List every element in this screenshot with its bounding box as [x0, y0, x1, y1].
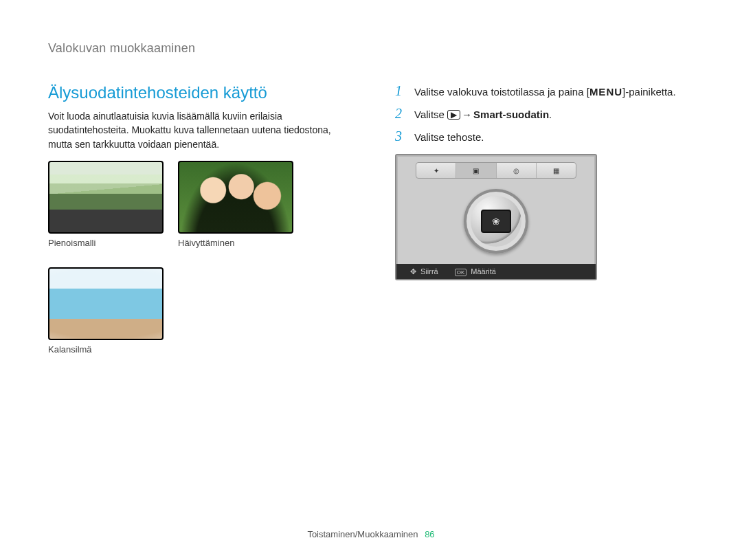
- step-1-pre: Valitse valokuva toistotilassa ja paina …: [414, 86, 589, 98]
- camera-move-label: Siirrä: [420, 267, 438, 276]
- camera-set-label: Määritä: [471, 267, 496, 276]
- thumb-miniature: [48, 161, 164, 234]
- thumb-vignette: [178, 161, 293, 234]
- play-icon: ▶: [447, 110, 460, 120]
- thumb-label-fisheye: Kalansilmä: [48, 344, 168, 355]
- step-1-post: ]-painiketta.: [622, 86, 676, 98]
- dpad-icon: ✥: [410, 267, 416, 276]
- step-1: 1 Valitse valokuva toistotilassa ja pain…: [395, 83, 694, 99]
- footer-page-number: 86: [425, 529, 434, 539]
- camera-dial-inner-icon: ❀: [481, 210, 511, 233]
- thumb-fisheye: [48, 267, 164, 340]
- step-3-text: Valitse tehoste.: [414, 131, 484, 143]
- thumb-label-miniature: Pienoismalli: [48, 238, 168, 248]
- arrow-icon: →: [462, 109, 472, 120]
- step-3: 3 Valitse tehoste.: [395, 128, 694, 144]
- steps-list: 1 Valitse valokuva toistotilassa ja pain…: [395, 83, 694, 144]
- camera-bottom-bar: ✥Siirrä OKMääritä: [396, 264, 596, 279]
- manual-page: Valokuvan muokkaaminen Älysuodatintehost…: [0, 0, 742, 560]
- step-2-post: .: [549, 109, 552, 120]
- thumb-block-miniature: Pienoismalli: [48, 161, 168, 248]
- page-header: Valokuvan muokkaaminen: [48, 41, 694, 56]
- step-number-3: 3: [395, 128, 406, 144]
- step-number-2: 2: [395, 106, 406, 122]
- camera-move-group: ✥Siirrä: [410, 267, 438, 276]
- right-column: 1 Valitse valokuva toistotilassa ja pain…: [395, 83, 694, 355]
- camera-tab-grid-icon: ▦: [537, 163, 576, 178]
- thumb-block-vignette: Häivyttäminen: [178, 161, 298, 248]
- camera-tab-icon: ✦: [416, 163, 456, 178]
- section-intro: Voit luoda ainutlaatuisia kuvia lisäämäl…: [48, 109, 347, 151]
- step-2: 2 Valitse ▶ → Smart-suodatin.: [395, 106, 694, 122]
- step-1-text: Valitse valokuva toistotilassa ja paina …: [414, 86, 676, 98]
- menu-key: MENU: [589, 86, 622, 98]
- camera-screen: ✦ ▣ ◎ ▦ ❀ ✥Siirrä OKMääritä: [395, 154, 597, 280]
- ok-icon: OK: [455, 269, 467, 276]
- footer-text: Toistaminen/Muokkaaminen: [307, 529, 418, 539]
- step-2-text: Valitse ▶ → Smart-suodatin.: [414, 109, 552, 120]
- step-number-1: 1: [395, 83, 406, 99]
- camera-tabbar: ✦ ▣ ◎ ▦: [416, 162, 576, 179]
- step-2-pre: Valitse: [414, 109, 447, 120]
- thumbnail-grid: Pienoismalli Häivyttäminen Kalansilmä: [48, 161, 309, 355]
- smart-filter-bold: Smart-suodatin: [473, 109, 549, 120]
- camera-tab-square-icon: ◎: [497, 163, 537, 178]
- left-column: Älysuodatintehosteiden käyttö Voit luoda…: [48, 83, 347, 355]
- thumb-label-vignette: Häivyttäminen: [178, 238, 298, 248]
- camera-center: ❀: [396, 179, 596, 264]
- section-title: Älysuodatintehosteiden käyttö: [48, 83, 347, 102]
- camera-dial: ❀: [464, 189, 528, 254]
- page-footer: Toistaminen/Muokkaaminen 86: [0, 529, 742, 539]
- camera-set-group: OKMääritä: [455, 267, 496, 276]
- camera-tab-active-icon: ▣: [456, 163, 496, 178]
- thumb-block-fisheye: Kalansilmä: [48, 267, 168, 355]
